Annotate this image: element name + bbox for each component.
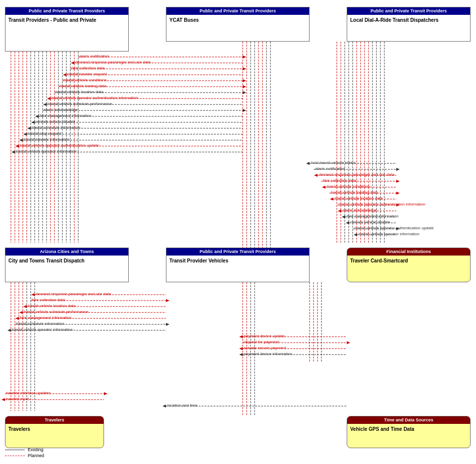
flow-loading-data: transit vehicle loading data xyxy=(59,84,106,88)
flow-transit-schedule: transit schedule information xyxy=(32,125,80,130)
svg-marker-76 xyxy=(396,192,400,195)
svg-marker-125 xyxy=(239,335,243,338)
svg-marker-45 xyxy=(23,133,27,136)
svg-marker-107 xyxy=(31,293,35,296)
svg-marker-41 xyxy=(31,121,35,124)
legend: Existing Planned xyxy=(5,447,44,459)
flow-schedule-perf: transit vehicle schedule performance xyxy=(48,102,112,106)
diagram-container: Public and Private Transit Providers Tra… xyxy=(0,0,476,464)
svg-marker-129 xyxy=(239,347,243,350)
flow-fare-coll-bl: fare collection data xyxy=(32,298,65,302)
box-header-gps: Time and Data Sources xyxy=(347,416,470,424)
svg-marker-115 xyxy=(15,317,19,320)
svg-marker-23 xyxy=(243,67,246,70)
flow-traveler-updates: traveler interface updates xyxy=(6,391,51,395)
flow-alarm-ack: alarm acknowledge xyxy=(44,107,78,112)
box-header-transit-vehicles: Public and Private Transit Providers xyxy=(166,248,309,256)
box-title-travelers: Travelers xyxy=(5,424,104,434)
svg-marker-86 xyxy=(346,221,349,224)
box-title-az-cities: City and Towns Transit Dispatch xyxy=(5,256,128,266)
legend-planned-label: Planned xyxy=(28,453,44,458)
flow-auth-r: transit vehicle operator authentication … xyxy=(339,202,425,206)
box-header-ycat: Public and Private Transit Providers xyxy=(166,7,309,15)
flow-traveler-input: traveler input xyxy=(6,397,29,401)
svg-marker-25 xyxy=(63,73,66,76)
svg-marker-72 xyxy=(396,180,400,183)
svg-marker-51 xyxy=(11,151,15,154)
flow-operator-auth: transit vehicle operator authentication … xyxy=(52,96,138,100)
flow-loc-r: transit vehicle location data xyxy=(335,196,383,201)
flow-stop-request: transit stop request xyxy=(28,131,61,136)
flow-loc-bl: transit vehicle location data xyxy=(28,304,76,308)
flow-auth-update-r: transit vehicle operator authentication … xyxy=(355,226,434,230)
box-az-cities: Arizona Cities and Towns City and Towns … xyxy=(5,248,129,282)
flow-actuate-payment: actuate secure payment xyxy=(244,346,286,350)
svg-marker-109 xyxy=(166,299,169,302)
svg-marker-39 xyxy=(35,115,39,118)
flow-request-payment: request for payment xyxy=(244,340,279,344)
svg-marker-70 xyxy=(314,174,317,177)
box-header-travelers: Travelers xyxy=(5,416,104,424)
svg-marker-74 xyxy=(322,186,325,189)
box-header-dial-a-ride: Public and Private Transit Providers xyxy=(347,7,470,15)
flow-payment-update: payment device update xyxy=(244,334,285,338)
box-title-ycat: YCAT Buses xyxy=(166,15,309,25)
flow-traveler-request: transit traveler request xyxy=(67,72,107,76)
legend-planned: Planned xyxy=(5,453,44,458)
flow-alarm-ack-r: alarm acknowledge xyxy=(343,208,377,212)
flow-demand-response: demand response passenger and use data xyxy=(75,60,151,64)
svg-marker-131 xyxy=(239,353,243,356)
box-title-gps: Vehicle GPS and Time Data xyxy=(347,424,470,434)
flow-op-info-r: transit vehicle operator information xyxy=(359,232,420,236)
box-ycat-buses: Public and Private Transit Providers YCA… xyxy=(166,7,310,42)
svg-marker-43 xyxy=(27,127,31,130)
flow-load-r: transit vehicle loading data xyxy=(331,190,378,195)
svg-marker-47 xyxy=(19,139,23,142)
svg-marker-117 xyxy=(166,323,169,326)
box-title-dial-a-ride: Local Dial-A-Ride Transit Dispatchers xyxy=(347,15,470,25)
svg-marker-90 xyxy=(354,233,357,236)
flow-location-time: location and time xyxy=(167,403,197,408)
box-travelers: Travelers Travelers xyxy=(5,416,104,448)
flow-fare-mgmt-r: fare management information xyxy=(347,214,399,218)
flow-veh-cond-r: transit vehicle conditions xyxy=(327,184,370,189)
svg-marker-135 xyxy=(1,398,5,401)
box-transit-providers-left: Public and Private Transit Providers Tra… xyxy=(5,7,129,52)
legend-existing-label: Existing xyxy=(28,447,44,452)
flow-sched-bl: transit vehicle schedule performance xyxy=(24,309,88,314)
svg-marker-68 xyxy=(396,168,400,171)
flow-remote-disable: remote vehicle disable xyxy=(36,119,75,124)
box-header-transit-providers-left: Public and Private Transit Providers xyxy=(5,7,128,15)
flow-alarm-notification: alarm notification xyxy=(79,54,109,58)
svg-marker-66 xyxy=(306,162,310,165)
box-title-transit-vehicles: Transit Provider Vehicles xyxy=(166,256,309,266)
svg-marker-21 xyxy=(71,61,74,64)
flow-remote-r: remote vehicle disable xyxy=(351,220,390,224)
box-transit-vehicles: Public and Private Transit Providers Tra… xyxy=(166,248,310,282)
flow-location-data: transit vehicle location data xyxy=(55,90,104,94)
flow-alarm-notif-r: alarm notification xyxy=(315,166,345,171)
svg-marker-37 xyxy=(243,109,246,112)
legend-existing: Existing xyxy=(5,447,44,452)
box-header-az-cities: Arizona Cities and Towns xyxy=(5,248,128,256)
svg-marker-27 xyxy=(243,79,246,82)
svg-marker-49 xyxy=(15,145,19,148)
svg-marker-82 xyxy=(338,209,341,212)
flow-payment-info: payment device information xyxy=(244,352,292,356)
flow-fare-collection: fare collection data xyxy=(71,66,105,70)
svg-marker-137 xyxy=(162,405,166,408)
flow-fare-mgmt-bl: fare management information xyxy=(20,315,72,320)
svg-marker-35 xyxy=(43,103,47,106)
flow-vehicle-conditions: transit vehicle conditions xyxy=(63,78,106,82)
svg-marker-29 xyxy=(243,85,246,88)
flow-op-info-bl: transit vehicle operator information xyxy=(12,327,73,332)
svg-marker-111 xyxy=(23,305,27,308)
svg-marker-78 xyxy=(330,198,333,201)
flow-transit-sched-bl: transit schedule information xyxy=(16,321,64,326)
flow-fare-coll-r: fare collection data xyxy=(323,178,356,183)
svg-marker-133 xyxy=(104,392,107,395)
box-header-traveler-card: Financial Institutions xyxy=(347,248,470,256)
svg-marker-113 xyxy=(19,311,23,314)
svg-marker-84 xyxy=(342,215,345,218)
box-dial-a-ride: Public and Private Transit Providers Loc… xyxy=(347,7,471,42)
